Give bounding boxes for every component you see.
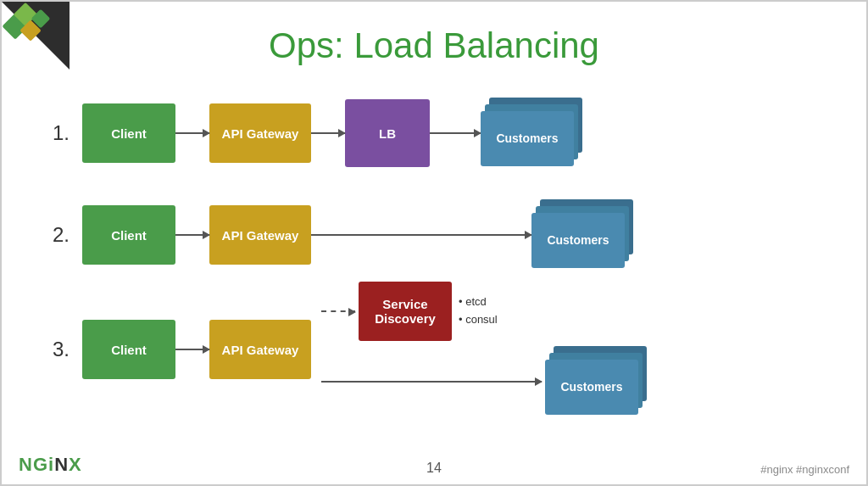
arrow-line <box>311 132 345 134</box>
customers-front: Customers <box>531 213 625 268</box>
row1-customers: Customers <box>481 98 582 170</box>
row-3: 3. Client API Gateway ServiceDiscovery <box>53 303 647 396</box>
row1-client-box: Client <box>82 103 175 163</box>
row1-arrow1 <box>175 132 209 134</box>
row-2-number: 2. <box>53 223 82 247</box>
page-number: 14 <box>426 461 442 476</box>
arrow-line <box>175 132 209 134</box>
row3-long-arrow-row: Customers <box>321 346 647 418</box>
row1-gateway-box: API Gateway <box>209 103 311 163</box>
row3-customers: Customers <box>545 346 647 418</box>
sd-note: • etcd • consul <box>459 293 498 329</box>
row1-arrow3 <box>430 132 481 134</box>
row3-arrow1 <box>175 349 209 350</box>
diagram-area: 1. Client API Gateway LB <box>53 95 841 442</box>
slide: Ops: Load Balancing 1. Client API Gatewa… <box>0 0 868 486</box>
row3-sd-section: ServiceDiscovery • etcd • consul <box>311 282 647 418</box>
row3-client-box: Client <box>82 320 175 379</box>
row2-customers: Customers <box>531 199 633 271</box>
row-1-number: 1. <box>53 121 82 145</box>
row2-arrow1 <box>175 234 209 236</box>
row2-arrow2 <box>311 234 531 236</box>
service-discovery-label: ServiceDiscovery <box>375 297 436 326</box>
row-2: 2. Client API Gateway Customers <box>53 197 633 273</box>
slide-title: Ops: Load Balancing <box>2 25 866 66</box>
arrow-line <box>430 132 481 134</box>
row3-service-box: ServiceDiscovery <box>359 282 452 341</box>
nginx-logo: NGiNX <box>19 454 82 476</box>
row3-sd-top: ServiceDiscovery • etcd • consul <box>311 282 498 341</box>
row2-client-box: Client <box>82 205 175 265</box>
arrow-line <box>175 234 209 236</box>
customers-front: Customers <box>481 111 574 166</box>
row3-right: ServiceDiscovery • etcd • consul <box>311 282 647 418</box>
row2-gateway-box: API Gateway <box>209 205 311 265</box>
arrow-line <box>311 234 531 236</box>
row3-dashed-arrow <box>321 310 355 312</box>
row-1: 1. Client API Gateway LB <box>53 95 582 171</box>
row1-arrow2 <box>311 132 345 134</box>
row3-long-arrow <box>321 381 542 383</box>
arrow-line <box>175 349 209 350</box>
row3-gateway-box: API Gateway <box>209 320 311 379</box>
footer-hashtags: #nginx #nginxconf <box>760 463 849 476</box>
row1-lb-box: LB <box>345 99 430 167</box>
customers-front: Customers <box>545 360 638 415</box>
row-3-number: 3. <box>53 338 82 361</box>
